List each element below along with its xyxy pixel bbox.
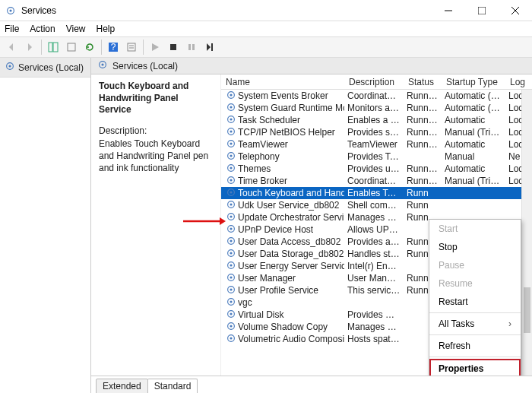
pause-service-button[interactable] (183, 39, 200, 55)
ctx-pause[interactable]: Pause (429, 256, 521, 274)
service-name-text: Telephony (238, 151, 280, 162)
menu-view[interactable]: View (66, 24, 86, 34)
cell-status: Running (404, 127, 442, 138)
ctx-refresh[interactable]: Refresh (429, 337, 521, 355)
service-icon (226, 126, 236, 139)
cell-description: Enables Tou... (344, 188, 404, 198)
toolbar: ? (0, 36, 532, 58)
cell-description: Allows UPnP ... (344, 224, 404, 235)
service-icon (226, 248, 236, 261)
menu-action[interactable]: Action (30, 24, 55, 34)
column-headers: Name Description Status Startup Type Log (221, 74, 532, 90)
ctx-resume[interactable]: Resume (429, 274, 521, 293)
tab-standard[interactable]: Standard (147, 379, 198, 393)
col-description[interactable]: Description (344, 74, 404, 89)
ctx-restart[interactable]: Restart (429, 293, 521, 311)
ctx-stop[interactable]: Stop (429, 238, 521, 256)
svg-rect-14 (170, 44, 176, 50)
svg-point-50 (230, 252, 232, 254)
col-startup-type[interactable]: Startup Type (442, 74, 505, 89)
forward-button[interactable] (21, 39, 38, 55)
vertical-scrollbar[interactable] (521, 90, 532, 376)
cell-name: System Events Broker (223, 90, 344, 103)
table-row[interactable]: ThemesProvides use...RunningAutomaticLoc (221, 163, 532, 175)
table-row[interactable]: TeamViewerTeamViewerRunningAutomaticLoc (221, 138, 532, 151)
col-log-on-as[interactable]: Log (505, 74, 528, 89)
start-service-button[interactable] (147, 39, 163, 55)
cell-startup-type: Automatic (Tri... (442, 90, 505, 101)
cell-description: Provides ap... (344, 236, 404, 247)
table-row[interactable]: TelephonyProvides Tel...ManualNe (221, 151, 532, 163)
svg-point-52 (230, 264, 232, 266)
table-row[interactable]: Touch Keyboard and Handw...Enables Tou..… (221, 187, 532, 199)
cell-startup-type: Automatic (De... (442, 103, 505, 113)
col-status[interactable]: Status (404, 74, 442, 89)
main-header: Services (Local) (91, 58, 532, 74)
tree-item-services-local[interactable]: Services (Local) (0, 58, 90, 78)
service-icon (226, 333, 236, 346)
ctx-all-tasks[interactable]: All Tasks (429, 315, 521, 333)
help-button[interactable]: ? (105, 39, 122, 55)
annotation-arrow (183, 216, 226, 227)
svg-point-26 (230, 106, 232, 108)
cell-startup-type: Automatic (442, 139, 505, 150)
service-icon (226, 272, 236, 285)
cell-description: Coordinates ... (344, 90, 404, 101)
restart-service-button[interactable] (201, 39, 218, 55)
svg-point-44 (230, 215, 232, 217)
svg-point-48 (230, 239, 232, 242)
toolbar-separator (101, 40, 102, 55)
show-hide-tree-button[interactable] (45, 39, 62, 55)
minimize-button[interactable] (432, 0, 465, 21)
main-pane: Services (Local) Touch Keyboard and Hand… (91, 58, 532, 393)
svg-point-30 (230, 130, 232, 132)
cell-name: Udk User Service_db802 (223, 199, 344, 212)
menu-file[interactable]: File (5, 24, 19, 34)
properties-button[interactable] (123, 39, 140, 55)
service-name-text: TCP/IP NetBIOS Helper (238, 127, 335, 138)
cell-description: Intel(r) Energ... (344, 261, 404, 271)
table-row[interactable]: System Guard Runtime Mon...Monitors an..… (221, 102, 532, 114)
table-row[interactable]: Task SchedulerEnables a us...RunningAuto… (221, 114, 532, 126)
cell-startup-type: Manual (442, 151, 505, 162)
back-button[interactable] (3, 39, 20, 55)
main-header-label: Services (Local) (112, 61, 178, 71)
cell-status: Running (404, 103, 442, 113)
scrollbar-thumb[interactable] (524, 287, 530, 333)
svg-point-24 (230, 93, 232, 96)
refresh-button[interactable] (81, 39, 98, 55)
service-name-text: System Events Broker (238, 90, 328, 101)
cell-status: Running (404, 163, 442, 174)
stop-service-button[interactable] (165, 39, 182, 55)
svg-point-54 (230, 276, 232, 278)
service-name-text: UPnP Device Host (238, 224, 313, 235)
cell-description: Provides use... (344, 163, 404, 174)
col-name[interactable]: Name (221, 74, 344, 89)
services-icon (5, 61, 15, 74)
table-row[interactable]: System Events BrokerCoordinates ...Runni… (221, 90, 532, 102)
maximize-button[interactable] (465, 0, 499, 21)
ctx-properties[interactable]: Properties (429, 359, 521, 376)
cell-name: Volumetric Audio Composit... (223, 333, 344, 346)
svg-rect-17 (211, 43, 213, 51)
ctx-start[interactable]: Start (429, 220, 521, 238)
table-row[interactable]: Udk User Service_db802Shell compo...Runn (221, 199, 532, 211)
menu-help[interactable]: Help (97, 24, 116, 34)
menu-bar: File Action View Help (0, 21, 532, 36)
detail-service-name: Touch Keyboard and Handwriting Panel Ser… (99, 81, 213, 116)
svg-text:?: ? (111, 42, 116, 52)
cell-description: Monitors an... (344, 103, 404, 113)
service-icon (226, 260, 236, 273)
detail-description-label: Description: (99, 125, 213, 136)
cell-description: Manages an... (344, 322, 404, 332)
export-list-button[interactable] (63, 39, 80, 55)
service-icon (226, 90, 236, 103)
close-button[interactable] (499, 0, 532, 21)
cell-description: User Manag... (344, 273, 404, 284)
view-tabs: Extended Standard (91, 376, 532, 393)
tab-extended[interactable]: Extended (96, 379, 148, 393)
service-name-text: TeamViewer (238, 139, 288, 150)
table-row[interactable]: Time BrokerCoordinates ...RunningManual … (221, 175, 532, 187)
table-row[interactable]: TCP/IP NetBIOS HelperProvides sup...Runn… (221, 126, 532, 138)
cell-status: Running (404, 90, 442, 101)
